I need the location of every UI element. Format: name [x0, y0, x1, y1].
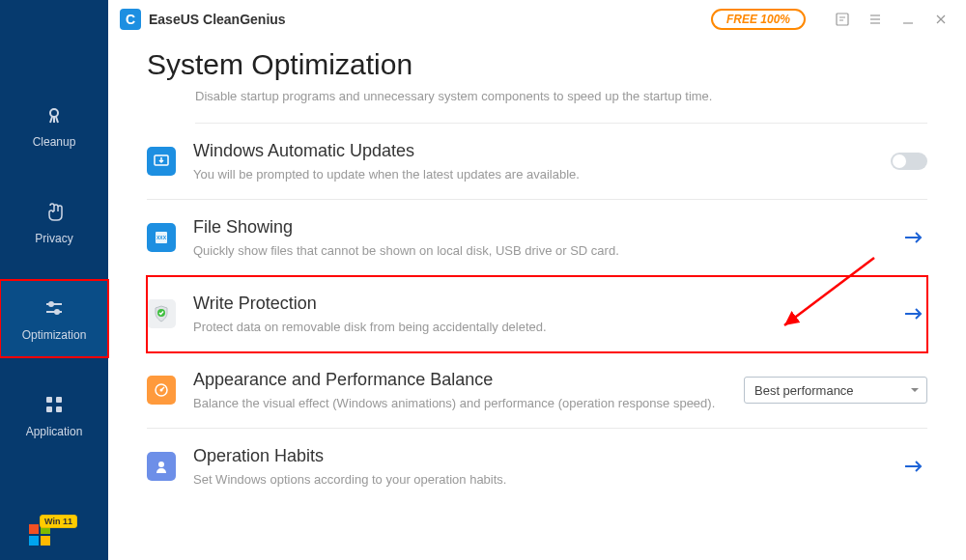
gear-head-icon [147, 452, 176, 481]
sidebar-item-label: Privacy [35, 232, 72, 245]
item-body: Operation Habits Set Windows options acc… [193, 446, 900, 487]
item-body: Windows Automatic Updates You will be pr… [193, 141, 891, 182]
sidebar-item-cleanup[interactable]: Cleanup [0, 87, 108, 164]
sidebar-item-label: Optimization [22, 328, 87, 342]
svg-point-4 [55, 310, 59, 314]
sidebar-item-privacy[interactable]: Privacy [0, 183, 108, 261]
svg-rect-5 [46, 397, 52, 403]
item-control [891, 153, 927, 170]
item-desc: You will be prompted to update when the … [193, 167, 891, 182]
item-body: Appearance and Performance Balance Balan… [193, 370, 744, 410]
sidebar-item-label: Cleanup [33, 135, 76, 149]
item-auto-updates: Windows Automatic Updates You will be pr… [147, 124, 927, 200]
write-protection-arrow[interactable] [900, 304, 927, 323]
svg-rect-9 [837, 14, 848, 25]
svg-rect-6 [56, 397, 62, 403]
svg-point-0 [50, 109, 58, 117]
page-subtitle: Disable startup programs and unnecessary… [195, 89, 927, 124]
sliders-icon [42, 295, 67, 321]
item-operation-habits: Operation Habits Set Windows options acc… [147, 429, 927, 504]
win-badge-area: Win 11 [29, 524, 50, 546]
svg-point-24 [158, 462, 164, 467]
dropdown-label: Best performance [754, 383, 854, 398]
auto-updates-toggle[interactable] [891, 153, 927, 170]
windows-logo: Win 11 [29, 524, 50, 546]
main-panel: C EaseUS CleanGenius FREE 100% System Op… [108, 0, 966, 560]
item-title: Write Protection [193, 294, 900, 314]
item-control [900, 457, 927, 476]
item-body: File Showing Quickly show files that can… [193, 217, 900, 258]
item-title: Appearance and Performance Balance [193, 370, 744, 390]
titlebar: C EaseUS CleanGenius FREE 100% [108, 0, 966, 39]
sidebar: Cleanup Privacy Optimization Application… [0, 0, 108, 560]
item-desc: Set Windows options according to your op… [193, 472, 900, 487]
broom-icon [42, 102, 67, 127]
svg-rect-8 [56, 406, 62, 412]
item-desc: Quickly show files that cannot be shown … [193, 243, 900, 258]
item-title: Windows Automatic Updates [193, 141, 891, 161]
item-title: Operation Habits [193, 446, 900, 466]
gauge-icon [147, 376, 176, 405]
performance-dropdown[interactable]: Best performance [744, 377, 927, 404]
monitor-download-icon [147, 147, 176, 176]
sidebar-item-application[interactable]: Application [0, 377, 108, 454]
item-desc: Balance the visual effect (Windows anima… [193, 396, 744, 410]
apps-icon [42, 392, 67, 417]
content-area: System Optimization Disable startup prog… [108, 39, 966, 560]
item-control [900, 228, 927, 247]
win11-tag: Win 11 [40, 515, 77, 528]
item-body: Write Protection Protect data on removab… [193, 294, 900, 334]
item-control [900, 304, 927, 323]
close-button[interactable] [927, 6, 954, 33]
menu-button[interactable] [862, 6, 889, 33]
sidebar-item-optimization[interactable]: Optimization [0, 280, 108, 357]
item-write-protection: Write Protection Protect data on removab… [147, 276, 927, 352]
svg-point-2 [49, 302, 53, 306]
svg-rect-7 [46, 406, 52, 412]
app-title: EaseUS CleanGenius [149, 12, 286, 27]
svg-text:XXX: XXX [156, 235, 167, 240]
operation-habits-arrow[interactable] [900, 457, 927, 476]
item-control: Best performance [744, 377, 927, 404]
item-desc: Protect data on removable disk from bein… [193, 320, 900, 334]
hand-icon [42, 199, 67, 224]
minimize-button[interactable] [895, 6, 922, 33]
app-logo-icon: C [120, 9, 141, 30]
file-hidden-icon: XXX [147, 223, 176, 252]
item-appearance-performance: Appearance and Performance Balance Balan… [147, 352, 927, 429]
svg-point-23 [160, 389, 163, 392]
item-file-showing: XXX File Showing Quickly show files that… [147, 200, 927, 276]
item-title: File Showing [193, 217, 900, 238]
file-showing-arrow[interactable] [900, 228, 927, 247]
feedback-button[interactable] [829, 6, 856, 33]
sidebar-item-label: Application [26, 425, 83, 438]
page-title: System Optimization [147, 48, 927, 81]
shield-check-icon [147, 299, 176, 328]
free-badge[interactable]: FREE 100% [711, 9, 806, 30]
